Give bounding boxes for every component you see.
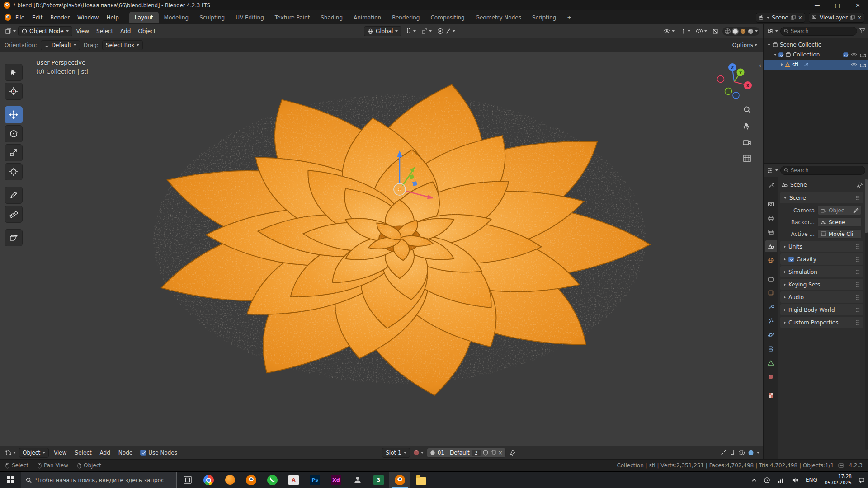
shader-id-type-dropdown[interactable]: Object [19, 448, 49, 458]
taskbar-search[interactable] [21, 472, 177, 488]
camera-view-icon[interactable] [742, 139, 751, 146]
new-material-icon[interactable] [491, 450, 496, 455]
navigation-gizmo[interactable]: Z Y X [714, 60, 754, 100]
vp-menu-add[interactable]: Add [117, 26, 134, 36]
clock-datetime[interactable]: 17:28 05.02.2025 [821, 472, 855, 488]
magnet-icon[interactable] [729, 450, 736, 456]
outliner-editor-icon[interactable] [767, 28, 773, 34]
menu-edit[interactable]: Edit [28, 13, 46, 23]
file-explorer-icon[interactable] [410, 472, 432, 488]
overlays-icon[interactable] [738, 450, 745, 455]
tab-material[interactable] [765, 371, 777, 383]
disclosure-icon[interactable] [774, 54, 777, 56]
hide-eye-icon[interactable] [851, 62, 857, 67]
menu-help[interactable]: Help [103, 13, 122, 23]
orientation-dropdown[interactable]: Default [41, 40, 80, 50]
panel-drag-handle[interactable] [856, 320, 860, 325]
task-view-button[interactable] [177, 472, 198, 488]
tab-scene[interactable] [765, 240, 777, 252]
section-units[interactable]: Units [780, 241, 863, 252]
tab-compositing[interactable]: Compositing [425, 12, 470, 23]
unlink-material-icon[interactable]: × [498, 450, 503, 455]
tab-view-layer[interactable] [765, 226, 777, 238]
drag-dropdown[interactable]: Select Box [102, 40, 143, 50]
shader-editor-type-button[interactable] [4, 449, 17, 457]
filter-icon[interactable] [859, 28, 865, 34]
shading-rendered-button[interactable] [747, 28, 754, 35]
excel-app-icon[interactable]: 3 [368, 472, 389, 488]
render-camera-icon[interactable] [860, 52, 866, 57]
minimize-button[interactable]: — [807, 0, 827, 10]
zoom-icon[interactable] [743, 105, 751, 114]
disclosure-icon[interactable] [781, 63, 783, 66]
disclosure-icon[interactable] [768, 44, 770, 46]
sidebar-collapse-arrow[interactable]: ‹ [759, 62, 761, 69]
shading-solid-button[interactable] [732, 28, 739, 35]
fake-user-shield-icon[interactable] [483, 450, 488, 456]
tab-texture[interactable] [765, 389, 777, 401]
viewlayer-selector[interactable]: ViewLayer × [809, 13, 864, 23]
outliner-search-input[interactable] [791, 28, 854, 34]
panel-drag-handle[interactable] [856, 195, 860, 200]
new-scene-icon[interactable] [791, 15, 796, 20]
section-gravity[interactable]: Gravity [780, 253, 863, 265]
scale-tool[interactable] [5, 144, 23, 161]
language-indicator[interactable]: ENG [802, 472, 821, 488]
shading-material-button[interactable] [740, 28, 746, 35]
menu-file[interactable]: File [12, 13, 28, 23]
tab-particles[interactable] [765, 315, 777, 327]
annotate-tool[interactable] [5, 187, 23, 204]
nav-axis-y-negative[interactable] [725, 88, 732, 95]
camera-field[interactable]: Objec [817, 206, 862, 215]
tab-scripting[interactable]: Scripting [527, 12, 561, 23]
material-users-count[interactable]: 2 [472, 450, 481, 456]
vp-menu-object[interactable]: Object [135, 26, 159, 36]
gizmos-dropdown[interactable] [679, 27, 692, 35]
tab-modeling[interactable]: Modeling [159, 12, 194, 23]
pan-hand-icon[interactable] [743, 122, 751, 131]
properties-editor-icon[interactable] [767, 167, 773, 174]
blender-app-icon[interactable] [241, 472, 262, 488]
shader-menu-select[interactable]: Select [72, 448, 95, 458]
properties-scrollbar[interactable] [865, 179, 868, 450]
properties-search[interactable] [780, 166, 865, 175]
section-rigid-body-world[interactable]: Rigid Body World [780, 304, 863, 315]
tab-collection[interactable] [765, 273, 777, 285]
tab-object-data[interactable] [765, 357, 777, 369]
section-simulation[interactable]: Simulation [780, 266, 863, 277]
ortho-grid-icon[interactable] [743, 154, 751, 163]
tray-expand-arrow[interactable] [749, 472, 760, 488]
scene-selector[interactable]: Scene × [756, 13, 805, 23]
tab-shading[interactable]: Shading [315, 12, 348, 23]
whatsapp-icon[interactable] [262, 472, 283, 488]
menu-render[interactable]: Render [47, 13, 73, 23]
outliner-row-scene-collection[interactable]: Scene Collectic [764, 40, 868, 50]
gizmo-x-arrow[interactable] [427, 195, 434, 199]
panel-drag-handle[interactable] [856, 269, 860, 274]
panel-drag-handle[interactable] [856, 307, 860, 312]
snap-target-button[interactable] [420, 27, 433, 35]
background-scene-field[interactable]: Scene [817, 217, 862, 227]
tab-sculpting[interactable]: Sculpting [194, 12, 230, 23]
mode-dropdown[interactable]: Object Mode [18, 26, 72, 36]
volume-icon[interactable] [788, 472, 802, 488]
tab-constraints[interactable] [765, 343, 777, 355]
menu-window[interactable]: Window [74, 13, 102, 23]
tab-uv-editing[interactable]: UV Editing [230, 12, 269, 23]
section-keying-sets[interactable]: Keying Sets [780, 279, 863, 290]
select-box-tool[interactable] [5, 64, 23, 81]
properties-search-input[interactable] [791, 167, 862, 174]
tab-physics[interactable] [765, 329, 777, 341]
add-workspace-button[interactable]: + [561, 12, 577, 23]
pin-icon[interactable] [509, 450, 515, 456]
panel-drag-handle[interactable] [856, 282, 860, 287]
xray-toggle[interactable] [711, 28, 720, 35]
transform-orientation-dropdown[interactable]: Global [364, 26, 401, 36]
outliner-row-stl[interactable]: stl [764, 60, 868, 70]
vp-menu-view[interactable]: View [73, 26, 92, 36]
chrome-icon[interactable] [198, 472, 219, 488]
tab-render[interactable] [765, 198, 777, 210]
pin-icon[interactable] [857, 182, 863, 188]
options-dropdown[interactable]: Options [731, 41, 759, 49]
tab-tool[interactable] [765, 180, 777, 192]
